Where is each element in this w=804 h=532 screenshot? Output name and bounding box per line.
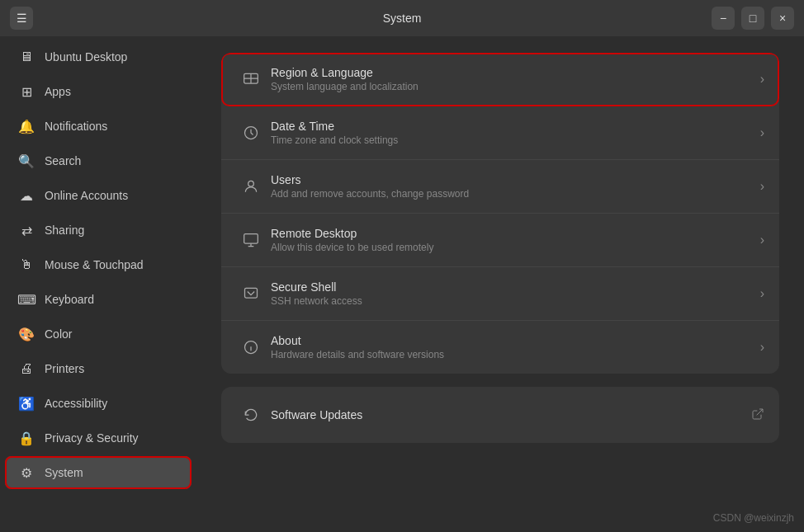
sidebar-item-label-privacy-security: Privacy & Security [45,431,139,445]
region-language-icon [236,64,266,94]
sidebar-item-label-accessibility: Accessibility [45,397,107,410]
region-language-text: Region & Language System language and lo… [271,66,760,92]
window-controls: − □ × [712,7,794,30]
sidebar-item-privacy-security[interactable]: 🔒 Privacy & Security [5,421,192,454]
secure-shell-title: Secure Shell [271,280,760,294]
settings-group: Region & Language System language and lo… [221,53,779,374]
about-chevron: › [760,340,764,355]
sidebar-item-label-mouse-touchpad: Mouse & Touchpad [45,258,144,271]
software-updates-icon [236,400,266,430]
settings-item-about[interactable]: About Hardware details and software vers… [221,321,779,374]
system-icon: ⚙ [18,464,35,481]
date-time-text: Date & Time Time zone and clock settings [271,120,760,146]
maximize-button[interactable]: □ [741,7,764,30]
region-language-chevron: › [760,72,764,87]
watermark: CSDN @weixinzjh [713,512,794,524]
sharing-icon: ⇄ [18,222,35,238]
search-icon: 🔍 [18,153,35,169]
sidebar-item-mouse-touchpad[interactable]: 🖱 Mouse & Touchpad [5,248,192,281]
users-title: Users [271,173,760,186]
settings-item-region-language[interactable]: Region & Language System language and lo… [221,53,779,106]
users-subtitle: Add and remove accounts, change password [271,188,760,200]
sidebar-item-color[interactable]: 🎨 Color [5,318,192,351]
sidebar: 🖥 Ubuntu Desktop ⊞ Apps 🔔 Notifications … [0,36,196,532]
settings-item-secure-shell[interactable]: Secure Shell SSH network access › [221,267,779,321]
about-subtitle: Hardware details and software versions [271,349,760,360]
printers-icon: 🖨 [18,360,35,377]
about-text: About Hardware details and software vers… [271,334,760,360]
software-updates-text: Software Updates [271,408,751,421]
date-time-icon [236,118,266,148]
about-title: About [271,334,760,347]
secure-shell-subtitle: SSH network access [271,295,760,307]
svg-rect-8 [245,288,258,298]
sidebar-item-label-system: System [45,466,83,479]
main-layout: 🖥 Ubuntu Desktop ⊞ Apps 🔔 Notifications … [0,36,804,532]
software-updates-title: Software Updates [271,408,751,421]
sidebar-item-keyboard[interactable]: ⌨ Keyboard [5,283,192,316]
date-time-title: Date & Time [271,120,760,133]
window-title: System [383,12,422,25]
color-icon: 🎨 [18,326,35,342]
content-area: Region & Language System language and lo… [196,36,804,532]
minimize-button[interactable]: − [712,7,735,30]
sidebar-item-apps[interactable]: ⊞ Apps [5,75,192,108]
sidebar-item-system[interactable]: ⚙ System [5,456,192,489]
notifications-icon: 🔔 [18,118,35,134]
svg-point-4 [248,181,254,186]
secure-shell-text: Secure Shell SSH network access [271,280,760,307]
software-updates-external-icon [751,407,764,423]
remote-desktop-text: Remote Desktop Allow this device to be u… [271,227,760,253]
sidebar-item-ubuntu-desktop[interactable]: 🖥 Ubuntu Desktop [5,40,192,73]
sidebar-item-notifications[interactable]: 🔔 Notifications [5,110,192,143]
sidebar-item-label-sharing: Sharing [45,224,84,237]
online-accounts-icon: ☁ [18,187,35,204]
keyboard-icon: ⌨ [18,291,35,308]
region-language-title: Region & Language [271,66,760,79]
remote-desktop-chevron: › [760,233,764,247]
sidebar-item-search[interactable]: 🔍 Search [5,144,192,177]
secure-shell-icon [236,279,266,308]
software-updates-group: Software Updates [221,387,779,443]
sidebar-item-label-printers: Printers [45,362,84,375]
svg-line-12 [757,409,763,415]
sidebar-item-label-keyboard: Keyboard [45,293,94,306]
titlebar-left: ☰ [10,7,33,30]
about-icon [236,332,266,362]
sidebar-item-label-ubuntu-desktop: Ubuntu Desktop [45,50,127,64]
sidebar-item-label-notifications: Notifications [45,120,107,133]
sidebar-item-sharing[interactable]: ⇄ Sharing [5,214,192,247]
titlebar: ☰ System − □ × [0,0,804,36]
remote-desktop-title: Remote Desktop [271,227,760,240]
remote-desktop-subtitle: Allow this device to be used remotely [271,242,760,253]
sidebar-item-accessibility[interactable]: ♿ Accessibility [5,387,192,420]
close-button[interactable]: × [771,7,794,30]
date-time-subtitle: Time zone and clock settings [271,134,760,146]
sidebar-item-label-search: Search [45,154,81,167]
ubuntu-desktop-icon: 🖥 [18,49,35,65]
secure-shell-chevron: › [760,286,764,301]
region-language-subtitle: System language and localization [271,81,760,92]
settings-item-date-time[interactable]: Date & Time Time zone and clock settings… [221,106,779,160]
accessibility-icon: ♿ [18,395,35,412]
date-time-chevron: › [760,125,764,140]
sidebar-item-label-online-accounts: Online Accounts [45,189,128,202]
remote-desktop-icon [236,225,266,255]
sidebar-item-online-accounts[interactable]: ☁ Online Accounts [5,179,192,212]
settings-item-users[interactable]: Users Add and remove accounts, change pa… [221,160,779,214]
privacy-security-icon: 🔒 [18,430,35,446]
mouse-touchpad-icon: 🖱 [18,257,35,273]
sidebar-item-label-color: Color [45,327,72,341]
software-updates-item[interactable]: Software Updates [221,387,779,443]
users-text: Users Add and remove accounts, change pa… [271,173,760,200]
sidebar-item-label-apps: Apps [45,85,71,98]
users-icon [236,172,266,201]
settings-item-remote-desktop[interactable]: Remote Desktop Allow this device to be u… [221,214,779,267]
apps-icon: ⊞ [18,83,35,100]
hamburger-button[interactable]: ☰ [10,7,33,30]
sidebar-item-printers[interactable]: 🖨 Printers [5,352,192,385]
users-chevron: › [760,179,764,194]
svg-rect-5 [244,234,258,244]
